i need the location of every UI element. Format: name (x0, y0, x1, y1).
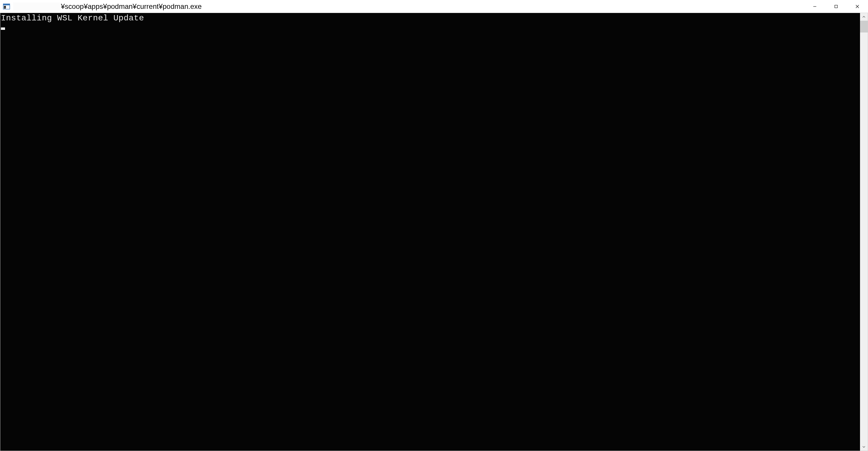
content-area: Installing WSL Kernel Update (0, 13, 868, 451)
terminal-output[interactable]: Installing WSL Kernel Update (0, 13, 860, 451)
window-title: ¥scoop¥apps¥podman¥current¥podman.exe (13, 2, 804, 11)
svg-rect-5 (835, 5, 838, 8)
maximize-icon (834, 4, 838, 8)
scroll-thumb[interactable] (860, 21, 868, 32)
close-button[interactable] (847, 0, 868, 13)
close-icon (855, 4, 860, 8)
vertical-scrollbar[interactable] (860, 13, 868, 451)
console-icon: >_ (3, 3, 10, 10)
svg-text:>_: >_ (4, 6, 7, 8)
window-title-path: ¥scoop¥apps¥podman¥current¥podman.exe (61, 2, 202, 11)
terminal-cursor-line (1, 23, 860, 32)
scroll-down-button[interactable] (860, 443, 868, 451)
minimize-icon (813, 4, 817, 8)
scroll-track[interactable] (860, 21, 868, 443)
minimize-button[interactable] (804, 0, 826, 13)
terminal-cursor (1, 28, 5, 30)
maximize-button[interactable] (826, 0, 847, 13)
chevron-up-icon (862, 15, 866, 19)
title-bar[interactable]: >_ ¥scoop¥apps¥podman¥current¥podman.exe (0, 0, 868, 13)
terminal-line: Installing WSL Kernel Update (1, 13, 860, 23)
title-redacted-segment (13, 2, 60, 11)
chevron-down-icon (862, 445, 866, 449)
svg-rect-1 (3, 4, 10, 5)
scroll-up-button[interactable] (860, 13, 868, 21)
window-controls (804, 0, 868, 13)
